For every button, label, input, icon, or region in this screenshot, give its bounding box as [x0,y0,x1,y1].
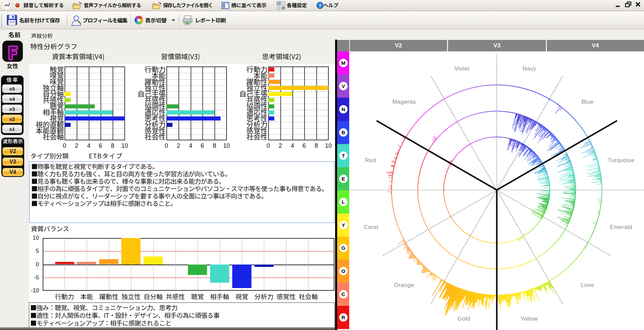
svg-text:?: ? [318,3,321,8]
